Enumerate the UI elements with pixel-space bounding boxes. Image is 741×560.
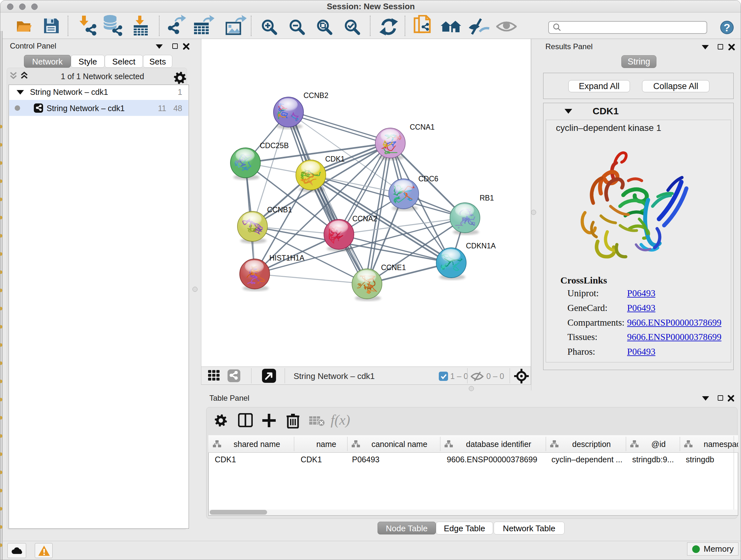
svg-text:CDC25B: CDC25B bbox=[260, 141, 289, 150]
svg-text:HIST1H1A: HIST1H1A bbox=[269, 254, 305, 262]
svg-text:CCNA1: CCNA1 bbox=[410, 123, 434, 131]
svg-text:CDC6: CDC6 bbox=[418, 175, 439, 183]
svg-text:?: ? bbox=[724, 21, 731, 34]
svg-text:CCNE1: CCNE1 bbox=[381, 263, 406, 272]
svg-text:CCNB2: CCNB2 bbox=[304, 91, 328, 100]
svg-text:CDKN1A: CDKN1A bbox=[466, 242, 496, 250]
svg-text:CDK1: CDK1 bbox=[325, 155, 345, 163]
svg-text:CCNA2: CCNA2 bbox=[352, 214, 377, 223]
svg-text:CCNB1: CCNB1 bbox=[267, 206, 292, 214]
svg-text:RB1: RB1 bbox=[480, 194, 494, 202]
